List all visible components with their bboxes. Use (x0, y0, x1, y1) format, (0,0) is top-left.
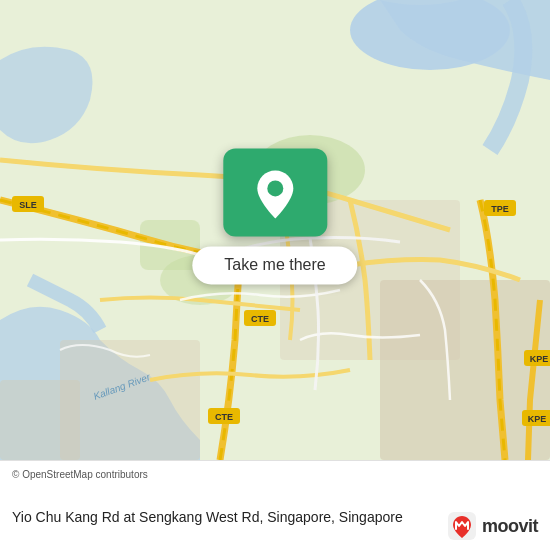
moovit-logo: moovit (446, 510, 538, 542)
svg-rect-5 (0, 380, 80, 460)
svg-text:KPE: KPE (530, 354, 549, 364)
take-me-there-button[interactable]: Take me there (192, 246, 357, 284)
svg-rect-3 (380, 280, 550, 460)
svg-point-22 (267, 180, 283, 196)
svg-text:CTE: CTE (251, 314, 269, 324)
svg-text:KPE: KPE (528, 414, 547, 424)
osm-attribution: © OpenStreetMap contributors (12, 469, 538, 480)
svg-text:TPE: TPE (491, 204, 509, 214)
svg-text:CTE: CTE (215, 412, 233, 422)
footer: © OpenStreetMap contributors Yio Chu Kan… (0, 460, 550, 550)
green-card (223, 148, 327, 236)
address-text: Yio Chu Kang Rd at Sengkang West Rd, Sin… (12, 508, 438, 528)
svg-rect-4 (60, 340, 200, 460)
location-pin-icon (251, 166, 299, 222)
map-container: SLE CTE CTE TPE KPE KPE (0, 0, 550, 460)
moovit-brand-name: moovit (482, 516, 538, 537)
svg-text:SLE: SLE (19, 200, 37, 210)
moovit-brand-icon (446, 510, 478, 542)
cta-overlay: Take me there (192, 148, 357, 284)
address-row: Yio Chu Kang Rd at Sengkang West Rd, Sin… (12, 508, 538, 542)
